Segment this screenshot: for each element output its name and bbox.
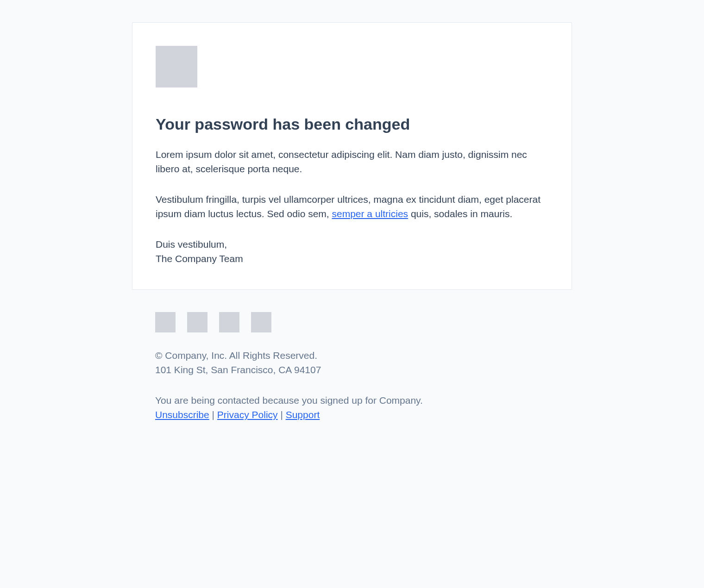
support-link[interactable]: Support	[286, 409, 320, 420]
inline-link[interactable]: semper a ultricies	[332, 208, 409, 219]
signoff-line-2: The Company Team	[156, 253, 243, 264]
link-separator-1: |	[209, 409, 217, 420]
email-paragraph-2: Vestibulum fringilla, turpis vel ullamco…	[156, 192, 548, 221]
paragraph-2-post: quis, sodales in mauris.	[408, 208, 512, 219]
social-row	[155, 312, 549, 332]
footer-legal: © Company, Inc. All Rights Reserved. 101…	[155, 348, 549, 377]
email-signoff: Duis vestibulum, The Company Team	[156, 237, 548, 266]
social-icon-3[interactable]	[219, 312, 239, 332]
link-separator-2: |	[278, 409, 286, 420]
privacy-link[interactable]: Privacy Policy	[217, 409, 278, 420]
unsubscribe-link[interactable]: Unsubscribe	[155, 409, 209, 420]
email-heading: Your password has been changed	[156, 114, 548, 134]
email-container: Your password has been changed Lorem ips…	[132, 22, 572, 422]
social-icon-4[interactable]	[251, 312, 271, 332]
social-icon-1[interactable]	[155, 312, 176, 332]
email-paragraph-1: Lorem ipsum dolor sit amet, consectetur …	[156, 147, 548, 176]
logo-placeholder	[156, 46, 197, 88]
email-footer: © Company, Inc. All Rights Reserved. 101…	[132, 312, 572, 422]
footer-contact-reason: You are being contacted because you sign…	[155, 395, 423, 406]
email-card: Your password has been changed Lorem ips…	[132, 22, 572, 290]
social-icon-2[interactable]	[187, 312, 207, 332]
signoff-line-1: Duis vestibulum,	[156, 239, 227, 250]
footer-address: 101 King St, San Francisco, CA 94107	[155, 364, 321, 375]
footer-contact: You are being contacted because you sign…	[155, 393, 549, 422]
footer-copyright: © Company, Inc. All Rights Reserved.	[155, 350, 317, 361]
